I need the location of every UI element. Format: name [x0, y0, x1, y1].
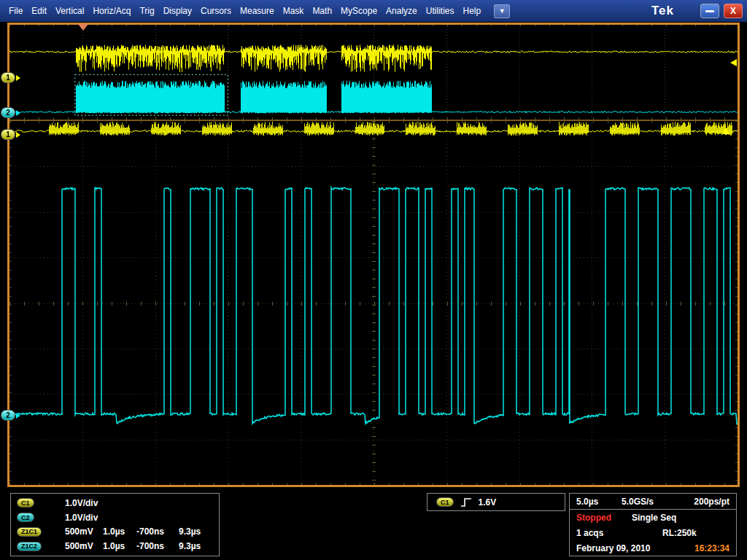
ch2-zoom-arrow-icon: [16, 413, 20, 419]
resolution-value: 200ps/pt: [694, 497, 729, 507]
close-button[interactable]: X: [724, 4, 743, 18]
ch2-arrow-icon: [16, 110, 20, 116]
ch2-overview-badge[interactable]: 2: [1, 107, 20, 118]
vertical-readouts-panel[interactable]: C1 1.0V/div C2 1.0V/div Z1C1 500mV 1.0µs…: [10, 493, 220, 556]
z1c2-readout-badge: Z1C2: [17, 542, 42, 551]
minimize-button[interactable]: [700, 4, 719, 18]
ch2-zoom-badge-label: 2: [1, 410, 15, 421]
trigger-readout-panel[interactable]: C1 1.6V: [427, 493, 565, 511]
menu-display[interactable]: Display: [159, 3, 196, 19]
z1c1-readout[interactable]: Z1C1 500mV 1.0µs -700ns 9.3µs: [17, 525, 213, 539]
ch2-scale-value: 1.0V/div: [65, 513, 98, 523]
z1c2-readout[interactable]: Z1C2 500mV 1.0µs -700ns 9.3µs: [17, 540, 213, 553]
menu-measure[interactable]: Measure: [236, 3, 279, 19]
menu-mask[interactable]: Mask: [279, 3, 309, 19]
ch2-readout-badge: C2: [17, 513, 34, 522]
menu-horiz-acq[interactable]: Horiz/Acq: [88, 3, 135, 19]
timebase-value: 5.0µs: [576, 497, 622, 507]
z1c2-span-value: 9.3µs: [179, 541, 201, 551]
menu-edit[interactable]: Edit: [27, 3, 51, 19]
zoom-waveform-window[interactable]: [9, 121, 738, 485]
z1c1-timebase-value: 1.0µs: [103, 526, 136, 537]
acq-mode-value: Single Seq: [632, 513, 676, 523]
trigger-slope-icon: [460, 497, 472, 508]
trigger-position-marker-icon[interactable]: [78, 24, 88, 31]
time-value: 16:23:34: [694, 543, 729, 553]
ch1-overview-level-arrow-icon[interactable]: [730, 59, 737, 66]
horizontal-acq-panel[interactable]: 5.0µs 5.0GS/s 200ps/pt Stopped Single Se…: [569, 493, 737, 556]
menu-file[interactable]: File: [4, 3, 27, 19]
menu-math[interactable]: Math: [308, 3, 336, 19]
ch1-readout-badge: C1: [17, 498, 34, 508]
ch1-scale-readout[interactable]: C1 1.0V/div: [17, 496, 213, 510]
z1c2-delay-value: -700ns: [136, 541, 179, 551]
menu-bar: File Edit Vertical Horiz/Acq Trig Displa…: [0, 0, 747, 22]
ch1-badge-label: 1: [1, 72, 15, 83]
ch1-zoom-arrow-icon: [16, 132, 20, 138]
ch2-zoom-badge[interactable]: 2: [1, 410, 20, 421]
z1c1-scale-value: 500mV: [65, 526, 103, 537]
z1c2-timebase-value: 1.0µs: [103, 541, 136, 551]
ch2-scale-readout[interactable]: C2 1.0V/div: [17, 510, 213, 524]
ch1-zoom-marker-arrow-icon[interactable]: [722, 128, 729, 134]
ch2-badge-label: 2: [1, 107, 15, 118]
z1c1-readout-badge: Z1C1: [17, 527, 42, 537]
menu-cursors[interactable]: Cursors: [196, 3, 236, 19]
menu-help[interactable]: Help: [458, 3, 485, 19]
acq-count-readout[interactable]: 1 acqs RL:250k: [570, 525, 736, 540]
trigger-level-value: 1.6V: [479, 497, 497, 508]
ch1-scale-value: 1.0V/div: [65, 498, 98, 508]
menu-myscope[interactable]: MyScope: [336, 3, 382, 19]
menu-dropdown-button[interactable]: ▼: [494, 4, 510, 18]
acq-count-value: 1 acqs: [576, 528, 662, 538]
menu-trig[interactable]: Trig: [135, 3, 158, 19]
timebase-readout[interactable]: 5.0µs 5.0GS/s 200ps/pt: [570, 494, 736, 510]
chevron-down-icon: ▼: [499, 7, 506, 15]
acq-status-readout[interactable]: Stopped Single Seq: [570, 510, 736, 525]
overview-waveform-window[interactable]: [9, 25, 738, 120]
z1c2-scale-value: 500mV: [65, 541, 103, 551]
record-length-value: RL:250k: [662, 528, 697, 538]
minimize-icon: [705, 10, 714, 12]
menu-utilities[interactable]: Utilities: [422, 3, 459, 19]
z1c1-span-value: 9.3µs: [179, 526, 201, 537]
scope-display-frame: [7, 23, 740, 487]
tek-logo: Tek: [651, 4, 674, 18]
date-value: February 09, 2010: [576, 543, 650, 553]
ch1-arrow-icon: [16, 75, 20, 81]
menu-vertical[interactable]: Vertical: [51, 3, 88, 19]
ch1-zoom-badge[interactable]: 1: [1, 129, 20, 140]
trigger-source-badge: C1: [436, 497, 454, 507]
sample-rate-value: 5.0GS/s: [622, 497, 694, 507]
menu-analyze[interactable]: Analyze: [382, 3, 422, 19]
acq-status-value: Stopped: [576, 513, 632, 523]
ch1-zoom-badge-label: 1: [1, 129, 15, 140]
ch1-overview-badge[interactable]: 1: [1, 72, 20, 83]
datetime-readout: February 09, 2010 16:23:34: [570, 540, 736, 556]
z1c1-delay-value: -700ns: [136, 526, 179, 537]
